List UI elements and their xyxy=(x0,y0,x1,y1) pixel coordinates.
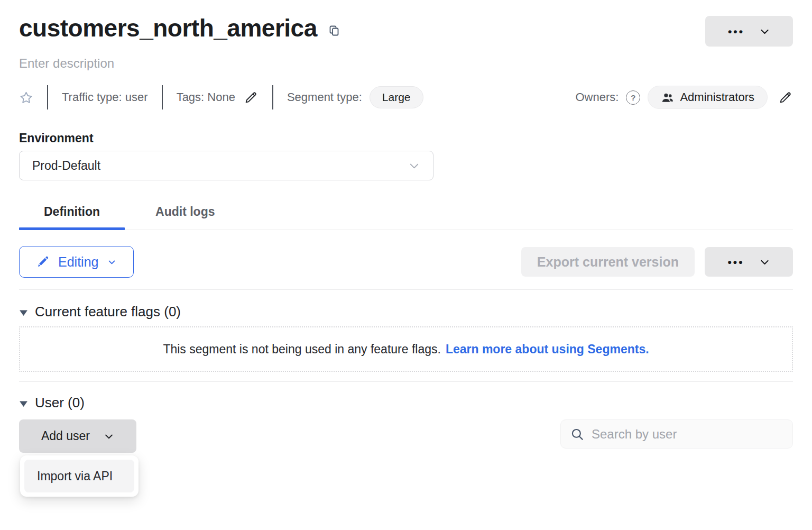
ellipsis-icon: ••• xyxy=(727,257,744,268)
divider xyxy=(19,381,793,382)
people-icon xyxy=(661,91,674,104)
learn-more-link[interactable]: Learn more about using Segments. xyxy=(446,342,649,357)
caret-down-icon xyxy=(19,400,28,407)
search-by-user-input[interactable] xyxy=(590,426,783,442)
search-icon xyxy=(570,427,584,441)
tab-audit-logs[interactable]: Audit logs xyxy=(125,200,245,230)
toolbar-right: Export current version ••• xyxy=(521,247,793,277)
add-user-button[interactable]: Add user xyxy=(19,419,136,453)
owners-value: Administrators xyxy=(680,90,754,104)
editing-status-button[interactable]: Editing xyxy=(19,246,134,278)
title-wrap: customers_north_america xyxy=(19,14,340,43)
segment-type-label: Segment type: xyxy=(287,90,362,104)
vertical-divider xyxy=(162,85,163,109)
divider xyxy=(19,289,793,290)
user-search-box xyxy=(560,419,793,449)
description-field[interactable]: Enter description xyxy=(19,56,793,71)
copy-icon[interactable] xyxy=(328,24,340,37)
chevron-down-icon xyxy=(759,257,770,268)
feature-flags-section-toggle[interactable]: Current feature flags (0) xyxy=(19,304,181,320)
add-user-dropdown-wrap: Add user Import via API xyxy=(19,419,136,453)
user-controls-row: Add user Import via API xyxy=(19,419,793,453)
chevron-down-icon xyxy=(104,431,114,442)
segment-detail-page: customers_north_america ••• Enter descri… xyxy=(0,0,812,530)
edit-tags-icon[interactable] xyxy=(244,90,259,105)
chevron-down-icon xyxy=(759,26,770,37)
meta-row: Traffic type: user Tags: None Segment ty… xyxy=(19,85,793,110)
pencil-icon xyxy=(36,255,49,268)
environment-select[interactable]: Prod-Default xyxy=(19,151,433,180)
tags-label: Tags: None xyxy=(177,90,235,104)
tab-definition[interactable]: Definition xyxy=(19,200,125,230)
owners-group: Owners: ? Administrators xyxy=(575,86,793,109)
vertical-divider xyxy=(47,85,48,109)
export-current-version-button[interactable]: Export current version xyxy=(521,247,695,277)
chevron-down-icon xyxy=(107,258,116,267)
editing-status-label: Editing xyxy=(58,254,98,270)
edit-owners-icon[interactable] xyxy=(778,90,793,105)
segment-type-badge: Large xyxy=(370,86,423,108)
empty-state-message: This segment is not being used in any fe… xyxy=(163,342,440,357)
traffic-type-label: Traffic type: user xyxy=(62,90,148,104)
page-title: customers_north_america xyxy=(19,14,317,43)
definition-toolbar: Editing Export current version ••• xyxy=(19,246,793,278)
favorite-star-icon[interactable] xyxy=(19,90,33,105)
toolbar-more-menu-button[interactable]: ••• xyxy=(705,247,793,277)
caret-down-icon xyxy=(19,309,28,316)
chevron-down-icon xyxy=(408,160,420,172)
tab-bar: Definition Audit logs xyxy=(19,200,793,230)
page-header: customers_north_america ••• xyxy=(19,14,793,47)
menu-item-import-via-api[interactable]: Import via API xyxy=(24,460,134,492)
ellipsis-icon: ••• xyxy=(728,26,744,37)
environment-selected-value: Prod-Default xyxy=(32,159,100,173)
user-section-toggle[interactable]: User (0) xyxy=(19,395,85,411)
feature-flags-heading: Current feature flags (0) xyxy=(35,304,181,320)
vertical-divider xyxy=(272,85,273,109)
feature-flags-empty-state: This segment is not being used in any fe… xyxy=(19,326,793,372)
help-icon[interactable]: ? xyxy=(626,90,640,105)
owners-chip[interactable]: Administrators xyxy=(648,86,768,109)
header-more-menu-button[interactable]: ••• xyxy=(705,16,793,47)
add-user-label: Add user xyxy=(41,429,90,443)
owners-label: Owners: xyxy=(575,90,619,104)
add-user-dropdown-menu: Import via API xyxy=(20,455,139,497)
environment-label: Environment xyxy=(19,131,793,145)
user-section-heading: User (0) xyxy=(35,395,85,411)
